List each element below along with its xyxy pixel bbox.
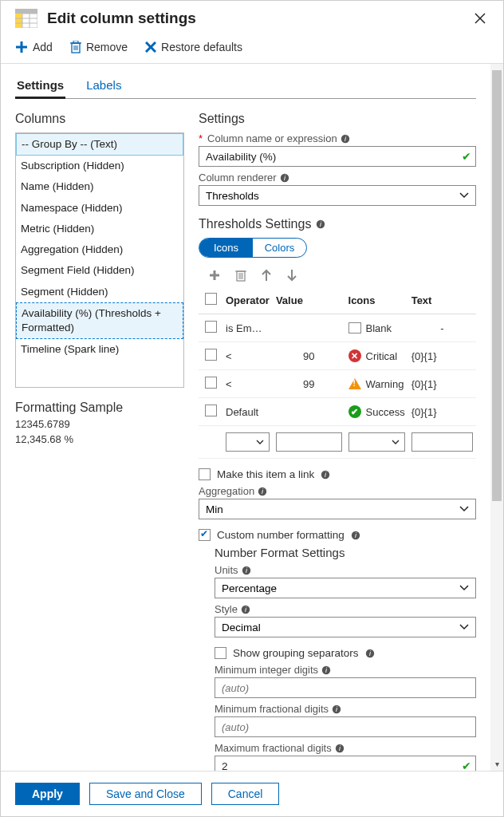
icons-colors-toggle: Icons Colors bbox=[199, 238, 307, 258]
min-frac-input[interactable] bbox=[215, 716, 476, 737]
tab-labels[interactable]: Labels bbox=[85, 75, 123, 98]
svg-rect-16 bbox=[73, 41, 78, 43]
max-frac-input[interactable] bbox=[215, 756, 476, 771]
column-item[interactable]: -- Group By -- (Text) bbox=[16, 133, 183, 156]
column-item[interactable]: Namespace (Hidden) bbox=[16, 198, 183, 219]
close-button[interactable] bbox=[468, 10, 492, 27]
col-name-label: Column name or expression bbox=[207, 132, 337, 144]
pill-colors[interactable]: Colors bbox=[253, 239, 306, 257]
min-int-label: Minimum integer digits bbox=[215, 664, 318, 676]
threshold-row[interactable]: < 99 Warning {0}{1} bbox=[199, 370, 476, 398]
units-select[interactable]: Percentage bbox=[215, 578, 476, 598]
chevron-down-icon bbox=[459, 624, 469, 630]
info-icon[interactable]: i bbox=[242, 566, 251, 575]
info-icon[interactable]: i bbox=[365, 649, 375, 658]
info-icon[interactable]: i bbox=[321, 470, 330, 480]
make-link-checkbox[interactable] bbox=[199, 468, 211, 480]
restore-defaults-button[interactable]: Restore defaults bbox=[145, 41, 242, 53]
column-item-selected[interactable]: Availability (%) (Thresholds + Formatted… bbox=[16, 302, 183, 339]
chevron-down-icon bbox=[459, 506, 469, 512]
threshold-add-button[interactable] bbox=[208, 269, 221, 282]
info-icon[interactable]: i bbox=[316, 219, 325, 229]
thresholds-heading: Thresholds Settings bbox=[199, 217, 311, 231]
success-icon: ✔ bbox=[348, 405, 361, 418]
threshold-delete-button[interactable] bbox=[235, 269, 246, 282]
apply-button[interactable]: Apply bbox=[15, 783, 80, 805]
remove-button[interactable]: Remove bbox=[70, 41, 128, 53]
column-item[interactable]: Name (Hidden) bbox=[16, 176, 183, 197]
scrollbar[interactable]: ▾ bbox=[490, 64, 503, 771]
show-grouping-label: Show grouping separators bbox=[233, 647, 359, 659]
column-item[interactable]: Segment (Hidden) bbox=[16, 282, 183, 302]
column-item[interactable]: Subscription (Hidden) bbox=[16, 156, 183, 176]
renderer-label: Column renderer bbox=[199, 172, 277, 184]
row-checkbox[interactable] bbox=[205, 349, 217, 361]
pill-icons[interactable]: Icons bbox=[199, 239, 253, 257]
info-icon[interactable]: i bbox=[332, 705, 341, 714]
svg-rect-2 bbox=[15, 14, 22, 28]
info-icon[interactable]: i bbox=[321, 665, 331, 675]
threshold-input-row bbox=[199, 426, 476, 459]
info-icon[interactable]: i bbox=[335, 744, 345, 753]
value-input[interactable] bbox=[276, 432, 342, 452]
scroll-down-icon[interactable]: ▾ bbox=[490, 758, 503, 769]
min-int-input[interactable] bbox=[215, 677, 476, 698]
number-format-heading: Number Format Settings bbox=[215, 546, 476, 559]
threshold-row[interactable]: Default ✔Success {0}{1} bbox=[199, 398, 476, 426]
remove-label: Remove bbox=[86, 41, 128, 53]
scrollbar-thumb[interactable] bbox=[492, 70, 502, 501]
info-icon[interactable]: i bbox=[241, 605, 250, 614]
table-icon bbox=[15, 9, 37, 28]
threshold-moveup-button[interactable] bbox=[261, 269, 272, 282]
aggregation-select[interactable]: Min bbox=[199, 499, 476, 519]
th-value: Value bbox=[273, 286, 345, 314]
operator-select[interactable] bbox=[226, 432, 270, 452]
info-icon[interactable]: i bbox=[351, 531, 360, 540]
icon-select[interactable] bbox=[348, 432, 405, 452]
make-link-label: Make this item a link bbox=[217, 468, 314, 480]
min-frac-label: Minimum fractional digits bbox=[215, 703, 329, 715]
info-icon[interactable]: i bbox=[280, 173, 289, 183]
row-checkbox[interactable] bbox=[205, 321, 217, 333]
th-icons: Icons bbox=[345, 286, 408, 314]
plus-icon bbox=[15, 41, 28, 53]
row-checkbox[interactable] bbox=[205, 377, 217, 389]
column-name-input[interactable] bbox=[199, 146, 476, 167]
valid-check-icon: ✔ bbox=[462, 150, 471, 163]
custom-format-checkbox[interactable] bbox=[199, 529, 211, 541]
chevron-down-icon bbox=[459, 192, 469, 199]
column-item[interactable]: Timeline (Spark line) bbox=[16, 339, 183, 360]
settings-heading: Settings bbox=[199, 112, 476, 126]
add-label: Add bbox=[33, 41, 53, 53]
chevron-down-icon bbox=[459, 585, 469, 591]
select-all-checkbox[interactable] bbox=[205, 293, 217, 305]
info-icon[interactable]: i bbox=[258, 487, 267, 496]
units-label: Units bbox=[215, 564, 238, 576]
column-item[interactable]: Aggregation (Hidden) bbox=[16, 239, 183, 260]
style-select[interactable]: Decimal bbox=[215, 617, 476, 637]
custom-format-label: Custom number formatting bbox=[217, 529, 345, 541]
row-checkbox[interactable] bbox=[205, 405, 217, 416]
add-button[interactable]: Add bbox=[15, 41, 53, 53]
threshold-movedown-button[interactable] bbox=[286, 269, 297, 282]
trash-icon bbox=[70, 41, 81, 53]
restore-label: Restore defaults bbox=[161, 41, 242, 53]
renderer-select[interactable]: Thresholds bbox=[199, 185, 476, 206]
th-text: Text bbox=[408, 286, 476, 314]
threshold-row[interactable]: < 90 ✕Critical {0}{1} bbox=[199, 342, 476, 370]
info-icon[interactable]: i bbox=[341, 134, 350, 144]
cancel-button[interactable]: Cancel bbox=[211, 783, 280, 805]
warning-icon bbox=[348, 378, 361, 389]
text-input[interactable] bbox=[411, 432, 473, 452]
max-frac-label: Maximum fractional digits bbox=[215, 742, 332, 754]
columns-list: -- Group By -- (Text) Subscription (Hidd… bbox=[15, 132, 184, 388]
threshold-row[interactable]: is Em… Blank - bbox=[199, 314, 476, 342]
show-grouping-checkbox[interactable] bbox=[215, 647, 226, 659]
style-label: Style bbox=[215, 603, 238, 615]
column-item[interactable]: Metric (Hidden) bbox=[16, 219, 183, 239]
aggregation-label: Aggregation bbox=[199, 485, 254, 497]
column-item[interactable]: Segment Field (Hidden) bbox=[16, 260, 183, 281]
tab-settings[interactable]: Settings bbox=[15, 75, 65, 99]
save-close-button[interactable]: Save and Close bbox=[89, 783, 202, 805]
x-icon bbox=[145, 41, 156, 53]
